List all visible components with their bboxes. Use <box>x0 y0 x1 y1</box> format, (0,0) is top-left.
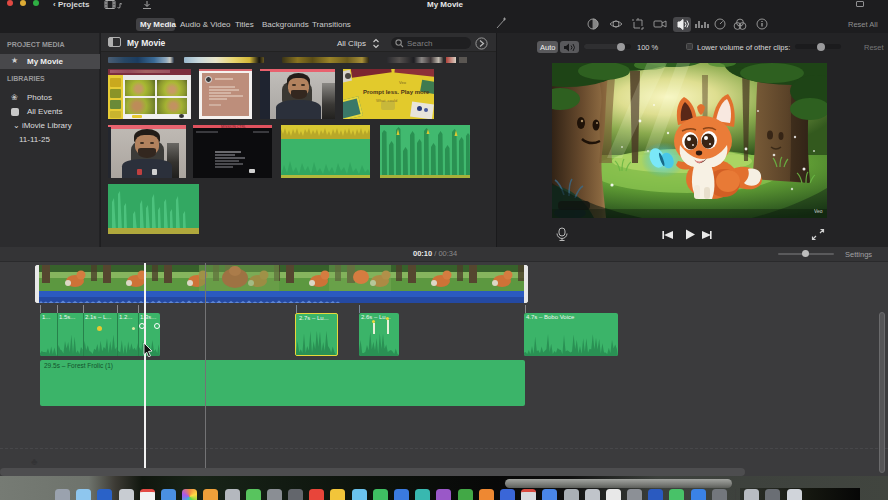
svg-text:Veo: Veo <box>814 208 823 214</box>
